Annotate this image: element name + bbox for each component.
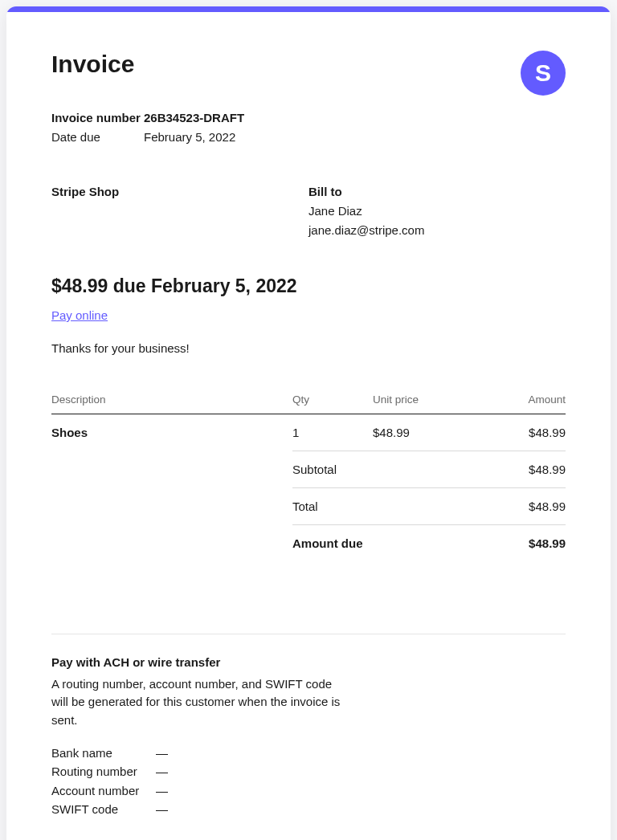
- amount-due-value: $48.99: [477, 525, 566, 562]
- item-qty: 1: [292, 414, 373, 451]
- routing-value: —: [156, 762, 168, 781]
- bill-to-name: Jane Diaz: [308, 202, 424, 221]
- bank-name-value: —: [156, 744, 168, 762]
- total-value: $48.99: [477, 488, 566, 525]
- invoice-card: Invoice S Invoice number 26B34523-DRAFT …: [6, 6, 611, 840]
- amount-due-heading: $48.99 due February 5, 2022: [51, 275, 566, 297]
- invoice-meta: Invoice number 26B34523-DRAFT Date due F…: [51, 108, 566, 147]
- bill-to-label: Bill to: [308, 182, 424, 202]
- invoice-number-label: Invoice number: [51, 108, 144, 128]
- subtotal-label: Subtotal: [292, 451, 477, 488]
- swift-label: SWIFT code: [51, 800, 156, 818]
- col-unit-price: Unit price: [373, 387, 477, 414]
- subtotal-value: $48.99: [477, 451, 566, 488]
- item-unit-price: $48.99: [373, 414, 477, 451]
- from-name: Stripe Shop: [51, 182, 308, 202]
- col-amount: Amount: [477, 387, 566, 414]
- total-row: Total $48.99: [51, 488, 566, 525]
- payment-description: A routing number, account number, and SW…: [51, 675, 341, 730]
- item-description: Shoes: [51, 414, 292, 451]
- to-party: Bill to Jane Diaz jane.diaz@stripe.com: [308, 182, 424, 240]
- date-due-value: February 5, 2022: [144, 128, 235, 147]
- header-row: Invoice S: [51, 51, 566, 108]
- table-row: Shoes 1 $48.99 $48.99: [51, 414, 566, 451]
- bank-name-label: Bank name: [51, 744, 156, 762]
- parties-row: Stripe Shop Bill to Jane Diaz jane.diaz@…: [51, 182, 566, 240]
- from-party: Stripe Shop: [51, 182, 308, 240]
- swift-value: —: [156, 800, 168, 818]
- section-divider: [51, 634, 566, 634]
- top-accent-bar: [6, 6, 611, 12]
- bill-to-email: jane.diaz@stripe.com: [308, 221, 424, 240]
- account-value: —: [156, 781, 168, 800]
- date-due-label: Date due: [51, 128, 144, 147]
- total-label: Total: [292, 488, 477, 525]
- col-qty: Qty: [292, 387, 373, 414]
- thanks-message: Thanks for your business!: [51, 341, 566, 355]
- amount-due-row: Amount due $48.99: [51, 525, 566, 562]
- line-items-table: Description Qty Unit price Amount Shoes …: [51, 387, 566, 561]
- merchant-logo-icon: S: [521, 51, 566, 96]
- routing-label: Routing number: [51, 762, 156, 781]
- subtotal-row: Subtotal $48.99: [51, 451, 566, 488]
- pay-online-link[interactable]: Pay online: [51, 308, 108, 322]
- amount-due-label: Amount due: [292, 525, 477, 562]
- page-title: Invoice: [51, 51, 134, 78]
- invoice-number-value: 26B34523-DRAFT: [144, 108, 244, 128]
- item-amount: $48.99: [477, 414, 566, 451]
- col-description: Description: [51, 387, 292, 414]
- payment-heading: Pay with ACH or wire transfer: [51, 654, 341, 672]
- account-label: Account number: [51, 781, 156, 800]
- payment-section: Pay with ACH or wire transfer A routing …: [51, 654, 341, 818]
